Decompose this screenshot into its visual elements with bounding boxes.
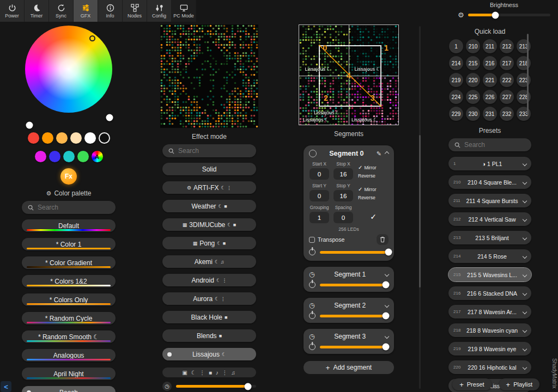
chevron-down-icon[interactable] — [523, 346, 527, 351]
start-y-input[interactable]: 0 — [310, 190, 329, 201]
palette-item[interactable]: * Color 1 — [22, 238, 116, 250]
quick-load-button[interactable]: 218 — [517, 56, 531, 70]
apply-button[interactable]: ✓ — [358, 212, 389, 223]
chevron-down-icon[interactable] — [523, 217, 527, 221]
chevron-down-icon[interactable] — [523, 309, 527, 314]
preset-item[interactable]: 214214 5 Rose — [448, 249, 531, 263]
quick-load-button[interactable]: 225 — [466, 90, 480, 104]
palette-item[interactable]: Default — [22, 219, 116, 232]
effect-item[interactable]: Weather☾ ■ — [162, 200, 256, 212]
quick-load-button[interactable]: 232 — [500, 107, 514, 121]
custom-color-swatch[interactable] — [99, 132, 110, 144]
chevron-down-icon[interactable] — [523, 254, 527, 258]
quick-load-button[interactable]: 211 — [483, 39, 497, 53]
chevron-down-icon[interactable] — [385, 303, 389, 308]
quick-load-button[interactable]: 231 — [483, 107, 497, 121]
chevron-down-icon[interactable] — [523, 272, 527, 277]
segment-power-icon[interactable] — [309, 249, 316, 255]
color-swatch[interactable] — [56, 132, 68, 144]
transpose-checkbox[interactable] — [309, 237, 315, 243]
quick-load-button[interactable]: 230 — [466, 107, 480, 121]
toolbar-button-info[interactable]: Info — [98, 0, 123, 22]
palette-item[interactable]: * Random Cycle — [22, 312, 116, 324]
color-picker-dot[interactable] — [89, 35, 95, 41]
effect-search[interactable] — [162, 144, 256, 157]
toolbar-button-pc-mode[interactable]: PC Mode — [172, 0, 196, 22]
accent-swatch[interactable]: A — [92, 151, 103, 162]
palette-search[interactable] — [22, 201, 116, 214]
add-segment-button[interactable]: + Add segment — [304, 361, 394, 374]
stop-y-input[interactable]: 16 — [333, 190, 353, 201]
toolbar-button-power[interactable]: Power — [0, 0, 25, 22]
color-swatch[interactable] — [49, 151, 60, 162]
quick-load-button[interactable]: 226 — [483, 90, 497, 104]
effect-item[interactable]: Blends■ — [162, 329, 256, 342]
quick-load-button[interactable]: 223 — [517, 73, 531, 87]
scrollbar-thumb[interactable] — [419, 135, 421, 287]
effect-item[interactable]: Akemi☾ ♫ — [162, 255, 256, 268]
slider-knob[interactable] — [382, 344, 389, 351]
effect-item[interactable]: Lissajous☾ — [162, 348, 256, 360]
preset-item[interactable]: 217217 8 Wavesin Ar... — [448, 305, 531, 318]
palette-item[interactable]: * Random Smooth ☾ — [22, 330, 116, 343]
reverse-x-checkbox[interactable]: Reverse — [358, 173, 389, 179]
preset-item[interactable]: 215215 5 Wavesins L... — [448, 268, 531, 281]
spacing-input[interactable]: 0 — [333, 212, 353, 223]
quick-load-button[interactable]: 220 — [466, 73, 480, 87]
quickload-scrollbar[interactable] — [527, 34, 529, 115]
segment-brightness-slider[interactable] — [320, 284, 389, 286]
slider-knob[interactable] — [492, 11, 499, 19]
effect-options-row[interactable]: ▣ ☾ ⋮ ■ ♪ ⋮ ♫ — [162, 367, 256, 377]
quick-load-button[interactable]: 210 — [466, 39, 480, 53]
chevron-down-icon[interactable] — [523, 365, 527, 369]
quick-load-button[interactable]: 212 — [500, 39, 514, 53]
chevron-down-icon[interactable] — [523, 180, 527, 184]
brightness-slider[interactable] — [468, 14, 550, 16]
palette-item[interactable]: * Colors Only — [22, 293, 116, 306]
reverse-y-checkbox[interactable]: Reverse — [358, 195, 389, 200]
segment-header[interactable]: ◷Segment 2 — [309, 302, 389, 309]
segment-brightness-slider[interactable] — [320, 346, 389, 348]
quick-load-button[interactable]: 229 — [449, 107, 463, 121]
scrollbar[interactable] — [419, 26, 421, 389]
quick-load-button[interactable]: 216 — [483, 56, 497, 70]
segment-number[interactable]: 3 — [371, 94, 375, 102]
toolbar-button-sync[interactable]: Sync — [49, 0, 74, 22]
color-swatch[interactable] — [42, 132, 53, 144]
preset-item[interactable]: 218218 8 Wavesin cyan — [448, 323, 531, 337]
color-swatch[interactable] — [28, 132, 39, 144]
color-swatch[interactable] — [77, 151, 89, 162]
color-swatch[interactable] — [63, 151, 75, 162]
add-playlist-button[interactable]: + Playlist — [499, 378, 539, 390]
slider-knob[interactable] — [106, 114, 113, 121]
color-swatch[interactable] — [84, 132, 96, 144]
color-swatch[interactable] — [70, 132, 82, 144]
segment-select-checkbox[interactable] — [309, 150, 317, 157]
segment-number[interactable]: 4 — [347, 71, 351, 80]
segment-brightness-slider[interactable] — [320, 251, 389, 254]
quick-load-button[interactable]: 221 — [483, 73, 497, 87]
chevron-up-icon[interactable] — [385, 151, 389, 156]
quick-load-button[interactable]: 217 — [500, 56, 514, 70]
preset-item[interactable]: 211211 4 Square Bursts — [448, 194, 531, 207]
segment-header[interactable]: ◷Segment 3 — [309, 333, 389, 340]
preset-item[interactable]: 1◑ 1 PL1 — [448, 157, 531, 170]
delete-segment-icon[interactable] — [377, 234, 389, 245]
effect-item[interactable]: ▦3DIMUCube☾ ■ — [162, 218, 256, 231]
effect-item[interactable]: Aurora☾ ⋮ — [162, 292, 256, 305]
preset-item[interactable]: 216216 6 Stacked DNA — [448, 286, 531, 300]
toolbar-button-config[interactable]: Config — [147, 0, 172, 22]
palette-item[interactable]: * Color Gradient — [22, 256, 116, 269]
palette-item[interactable]: Beech — [22, 386, 116, 392]
mirror-x-checkbox[interactable]: ✓ Mirror — [358, 164, 389, 170]
chevron-down-icon[interactable] — [523, 161, 527, 166]
preset-item[interactable]: 210210 4 Square Ble... — [448, 175, 531, 189]
color-swatch[interactable] — [35, 151, 46, 162]
app-logo[interactable]: < — [1, 381, 11, 392]
palette-item[interactable]: Analogous — [22, 349, 116, 362]
slider-knob[interactable] — [382, 281, 389, 289]
effect-item[interactable]: Black Hole■ — [162, 311, 256, 323]
segment-header[interactable]: ◷Segment 1 — [309, 271, 389, 278]
mirror-y-checkbox[interactable]: ✓ Mirror — [358, 186, 389, 192]
chevron-down-icon[interactable] — [385, 334, 389, 339]
